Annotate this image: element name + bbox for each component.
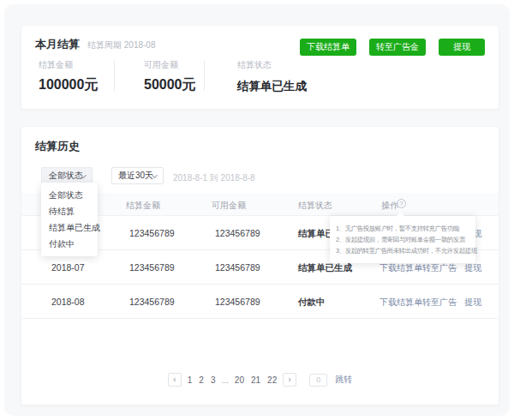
page-number[interactable]: 1 — [187, 375, 194, 385]
row-status: 付款中 — [298, 297, 326, 309]
prev-page-button[interactable]: ‹ — [168, 373, 182, 387]
date-range-value: 最近30天 — [118, 171, 153, 180]
download-statement-button[interactable]: 下载结算单 — [300, 39, 356, 56]
settle-status-label: 结算状态 — [237, 59, 307, 71]
row-settle-amount: 123456789 — [129, 297, 175, 307]
page-number[interactable]: 22 — [266, 375, 278, 385]
next-page-button[interactable]: › — [283, 373, 296, 387]
transfer-ad-link[interactable]: 转至广告 — [422, 262, 457, 274]
row-settle-amount: 123456789 — [129, 262, 175, 273]
row-available-amount: 123456789 — [215, 297, 260, 307]
download-statement-link[interactable]: 下载结算单 — [380, 297, 422, 309]
status-option-pending[interactable]: 待结算 — [41, 203, 98, 219]
withdraw-link[interactable]: 提现 — [464, 297, 481, 309]
page-background-panel: 本月结算 结算周期 2018-08 下载结算单 转至广告金 提现 结算金额 10… — [4, 4, 510, 416]
jump-page-input[interactable] — [309, 374, 327, 387]
row-status: 结算单已生成 — [298, 262, 352, 274]
withdraw-button[interactable]: 提现 — [439, 39, 485, 56]
settle-status-value: 结算单已生成 — [237, 79, 307, 94]
header-status: 结算状态 — [298, 200, 332, 212]
settle-amount-stat: 结算金额 100000元 — [39, 59, 98, 94]
stat-divider — [114, 60, 115, 91]
monthly-settlement-card: 本月结算 结算周期 2018-08 下载结算单 转至广告金 提现 结算金额 10… — [21, 26, 499, 109]
date-range-text: 2018-8-1 到 2018-8-8 — [173, 172, 255, 184]
download-statement-link[interactable]: 下载结算单 — [380, 262, 422, 274]
status-option-generated[interactable]: 结算单已生成 — [41, 219, 98, 236]
status-option-all[interactable]: 全部状态 — [41, 187, 98, 203]
withdraw-link[interactable]: 提现 — [464, 262, 481, 274]
row-available-amount: 123456789 — [215, 228, 260, 238]
settle-amount-value: 100000元 — [39, 76, 98, 94]
page-number[interactable]: 20 — [234, 375, 245, 385]
settle-status-stat: 结算状态 结算单已生成 — [237, 59, 307, 94]
header-actions: 操作 — [381, 200, 398, 212]
stat-divider — [204, 60, 205, 91]
table-row: 2018-08 123456789 123456789 付款中 下载结算单 转至… — [21, 285, 499, 319]
row-available-amount: 123456789 — [215, 262, 260, 273]
transfer-to-ad-fund-button[interactable]: 转至广告金 — [369, 39, 426, 56]
status-filter-menu: 全部状态 待结算 结算单已生成 付款中 — [41, 183, 98, 256]
settlement-period-label: 结算周期 2018-08 — [87, 39, 155, 51]
jump-page-button[interactable]: 跳转 — [335, 374, 352, 386]
pagination: ‹ 1 2 3 ... 20 21 22 › 跳转 — [21, 373, 499, 387]
available-amount-label: 可用金额 — [144, 59, 196, 71]
status-filter-dropdown[interactable]: 全部状态 — [41, 167, 93, 184]
date-range-dropdown[interactable]: 最近30天 — [111, 167, 164, 184]
page-ellipsis: ... — [221, 375, 228, 385]
tooltip-line: 3、发起的转至广告尚未转出成功时，不允许发起提现 — [336, 245, 469, 256]
summary-action-buttons: 下载结算单 转至广告金 提现 — [300, 39, 485, 56]
tooltip-line: 1、无广告投放账户时，暂不支持转充广告功能 — [336, 223, 469, 234]
header-settle-amount: 结算金额 — [126, 200, 160, 212]
settlement-history-card: 结算历史 全部状态 最近30天 2018-8-1 到 2018-8-8 全部状态… — [21, 127, 499, 405]
header-available-amount: 可用金额 — [212, 200, 246, 212]
page-number[interactable]: 2 — [198, 375, 205, 385]
help-icon[interactable]: ? — [397, 199, 406, 208]
tooltip-line: 2、发起提现前，需寄回与对账单金额一致的发票 — [336, 234, 469, 245]
available-amount-stat: 可用金额 50000元 — [144, 59, 196, 94]
settle-amount-label: 结算金额 — [39, 59, 98, 71]
status-filter-value: 全部状态 — [49, 171, 83, 180]
actions-help-tooltip: 1、无广告投放账户时，暂不支持转充广告功能 2、发起提现前，需寄回与对账单金额一… — [330, 216, 475, 263]
monthly-settlement-title: 本月结算 — [35, 37, 80, 52]
settlement-history-title: 结算历史 — [35, 139, 80, 154]
row-settle-amount: 123456789 — [129, 228, 175, 238]
transfer-ad-link[interactable]: 转至广告 — [422, 297, 457, 309]
status-option-paying[interactable]: 付款中 — [41, 236, 98, 252]
row-month: 2018-07 — [51, 262, 85, 273]
row-month: 2018-08 — [51, 297, 85, 307]
page-number[interactable]: 21 — [250, 375, 261, 385]
page-number[interactable]: 3 — [210, 375, 217, 385]
available-amount-value: 50000元 — [144, 76, 196, 94]
